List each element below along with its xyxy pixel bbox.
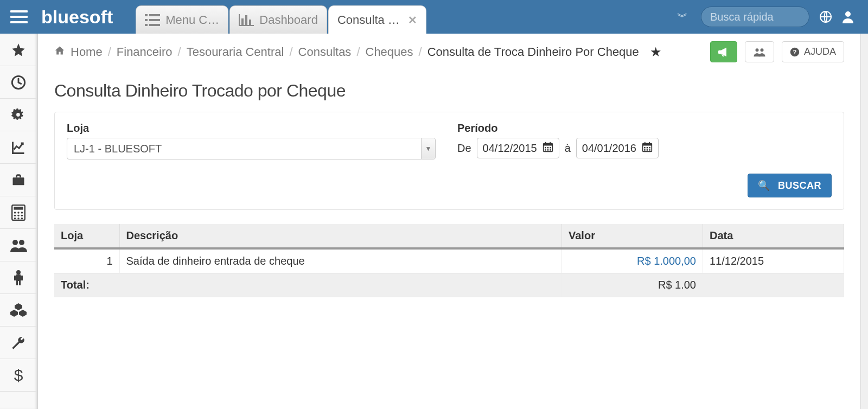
th-descricao[interactable]: Descrição <box>119 224 562 248</box>
svg-rect-4 <box>149 14 160 16</box>
question-icon: ? <box>790 47 800 57</box>
loja-select[interactable]: LJ-1 - BLUESOFT ▼ <box>67 138 436 159</box>
svg-rect-58 <box>644 149 646 151</box>
field-periodo: Período De 04/12/2015 à 04/01 <box>457 122 659 159</box>
announce-button[interactable] <box>710 41 737 62</box>
table-header-row: Loja Descrição Valor Data <box>54 224 844 248</box>
svg-rect-12 <box>245 15 247 25</box>
sidebar-business[interactable] <box>0 164 37 196</box>
svg-rect-0 <box>10 10 28 12</box>
svg-rect-36 <box>19 281 21 285</box>
th-data[interactable]: Data <box>703 224 844 248</box>
main-layout: $ Home / Financeiro / Tesouraria Central… <box>0 34 868 409</box>
svg-rect-17 <box>13 177 24 185</box>
buscar-button[interactable]: 🔍 BUSCAR <box>748 174 832 197</box>
sidebar-finance[interactable]: $ <box>0 359 37 392</box>
svg-point-29 <box>12 240 18 245</box>
person-icon <box>13 270 24 286</box>
sidebar-person[interactable] <box>0 261 37 294</box>
content-area: Home / Financeiro / Tesouraria Central /… <box>38 34 860 409</box>
date-to[interactable]: 04/01/2016 <box>576 138 659 158</box>
svg-rect-53 <box>644 142 646 144</box>
search-icon: 🔍 <box>758 180 770 191</box>
svg-point-28 <box>21 218 23 219</box>
date-from[interactable]: 04/12/2015 <box>477 138 559 158</box>
briefcase-icon <box>11 172 26 188</box>
breadcrumb-item[interactable]: Cheques <box>366 45 413 59</box>
chevron-down-icon[interactable]: ︾ <box>677 10 691 24</box>
svg-rect-32 <box>16 274 21 281</box>
svg-point-37 <box>755 48 758 52</box>
svg-point-38 <box>760 48 763 52</box>
breadcrumb-item[interactable]: Financeiro <box>117 45 173 59</box>
svg-rect-11 <box>241 18 244 25</box>
de-label: De <box>457 142 471 155</box>
topbar-right: ︾ <box>677 0 868 34</box>
quick-search[interactable] <box>701 7 809 27</box>
share-button[interactable] <box>745 41 774 62</box>
calendar-icon <box>642 142 653 155</box>
cell-descricao: Saída de dinheiro entrada de cheque <box>119 248 562 273</box>
svg-rect-49 <box>547 149 548 151</box>
scrollbar[interactable] <box>860 34 868 409</box>
svg-point-23 <box>14 214 16 216</box>
chevron-down-icon: ▼ <box>421 138 435 159</box>
breadcrumb: Home / Financeiro / Tesouraria Central /… <box>54 45 639 59</box>
sidebar-history[interactable] <box>0 66 37 99</box>
svg-rect-50 <box>550 149 551 151</box>
tab-dashboard[interactable]: Dashboard <box>229 5 327 34</box>
date-from-value: 04/12/2015 <box>483 142 537 155</box>
sidebar-settings[interactable] <box>0 99 37 131</box>
bullhorn-icon <box>718 47 729 57</box>
brand-logo[interactable]: bluesoft <box>38 0 123 34</box>
brand-logo-text: bluesoft <box>41 7 113 28</box>
tab-menu[interactable]: Menu C… <box>136 5 228 34</box>
svg-rect-57 <box>649 147 650 149</box>
th-loja[interactable]: Loja <box>54 224 119 248</box>
help-label: AJUDA <box>804 46 836 57</box>
close-icon[interactable]: ✕ <box>408 14 417 27</box>
line-chart-icon <box>11 140 26 155</box>
svg-point-24 <box>17 214 19 216</box>
tab-consulta[interactable]: Consulta Di… ✕ <box>328 5 426 34</box>
date-to-value: 04/01/2016 <box>582 142 636 155</box>
search-input[interactable] <box>710 11 800 23</box>
svg-rect-6 <box>149 19 160 21</box>
help-button[interactable]: ? AJUDA <box>782 41 844 62</box>
breadcrumb-item[interactable]: Tesouraria Central <box>187 45 284 59</box>
breadcrumb-row: Home / Financeiro / Tesouraria Central /… <box>54 41 844 62</box>
gear-icon <box>11 107 26 123</box>
table-row[interactable]: 1 Saída de dinheiro entrada de cheque R$… <box>54 248 844 273</box>
svg-point-15 <box>845 11 851 17</box>
sidebar-modules[interactable] <box>0 294 37 327</box>
results-table: Loja Descrição Valor Data 1 Saída de din… <box>54 224 844 297</box>
svg-rect-5 <box>145 19 148 21</box>
list-icon <box>145 14 160 26</box>
svg-point-30 <box>19 240 24 245</box>
home-icon <box>54 45 65 59</box>
tab-strip: Menu C… Dashboard Consulta Di… ✕ <box>123 0 427 34</box>
svg-point-22 <box>21 212 23 213</box>
breadcrumb-home[interactable]: Home <box>71 45 103 59</box>
sidebar-users[interactable] <box>0 229 37 261</box>
cell-valor[interactable]: R$ 1.000,00 <box>562 248 703 273</box>
th-valor[interactable]: Valor <box>562 224 703 248</box>
sidebar-tools[interactable] <box>0 327 37 359</box>
breadcrumb-item[interactable]: Consultas <box>298 45 352 59</box>
tab-label: Consulta Di… <box>337 13 403 27</box>
bar-chart-icon <box>239 14 254 26</box>
user-icon[interactable] <box>842 10 854 23</box>
svg-rect-46 <box>547 147 548 149</box>
cell-data: 11/12/2015 <box>703 248 844 273</box>
globe-icon[interactable] <box>819 10 832 23</box>
svg-rect-35 <box>16 281 18 285</box>
svg-point-25 <box>21 214 23 216</box>
total-value: R$ 1.00 <box>562 273 703 297</box>
sidebar-calculator[interactable] <box>0 196 37 229</box>
clock-icon <box>11 75 26 90</box>
hamburger-menu[interactable] <box>0 0 38 34</box>
favorite-toggle[interactable]: ★ <box>650 44 662 60</box>
sidebar-favorites[interactable] <box>0 34 37 66</box>
tab-label: Dashboard <box>259 13 318 27</box>
sidebar-reports[interactable] <box>0 131 37 164</box>
